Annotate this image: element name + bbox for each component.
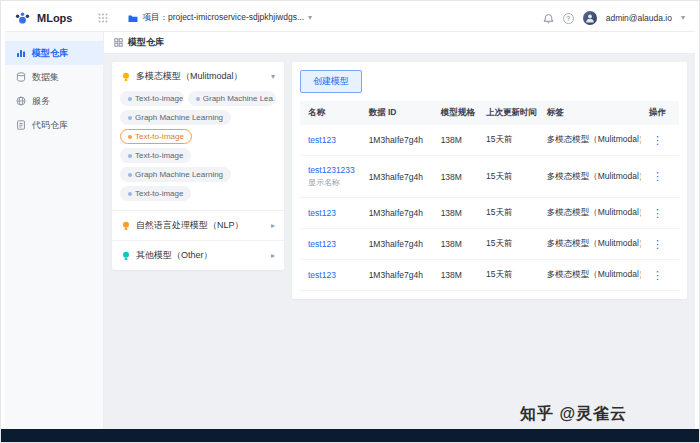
- tag-pill[interactable]: Text-to-image: [120, 186, 191, 201]
- category-group-header[interactable]: 其他模型（Other） ▸: [112, 241, 284, 270]
- bell-icon[interactable]: [543, 13, 554, 24]
- column-header-actions: 操作: [641, 101, 679, 125]
- tag-dot-icon: [196, 97, 200, 101]
- header-right: ? admin@alauda.io ▾: [543, 11, 685, 25]
- row-actions-icon[interactable]: ⋮: [649, 208, 666, 219]
- category-group-header[interactable]: 自然语言处理模型（NLP） ▸: [112, 211, 284, 240]
- cell-updated: 15天前: [478, 229, 539, 260]
- tag-pill[interactable]: Graph Machine Learning: [120, 167, 231, 182]
- watermark: 知乎 @灵雀云: [520, 404, 627, 425]
- header-left: MLops 项目：project-imicroservice-sdjpkhjiw…: [15, 11, 312, 25]
- tag-dot-icon: [128, 135, 132, 139]
- sidebar-item-label: 服务: [32, 95, 50, 108]
- app-window: MLops 项目：project-imicroservice-sdjpkhjiw…: [5, 5, 695, 429]
- body-row: 模型仓库 数据集 服务: [5, 32, 695, 429]
- tag-dot-icon: [128, 192, 132, 196]
- chevron-down-icon: ▾: [308, 14, 312, 22]
- sidebar-item-code-repo[interactable]: 代码仓库: [5, 113, 103, 137]
- lightbulb-icon: [121, 72, 131, 82]
- row-actions-icon[interactable]: ⋮: [649, 239, 666, 250]
- tag-pill[interactable]: Text-to-image: [120, 91, 184, 106]
- cell-tag: 多模态模型（Mulitmodal）: [539, 125, 641, 156]
- table-row: test123 1M3haIfe7g4h 138M 15天前 多模态模型（Mul…: [300, 229, 679, 260]
- cell-data-id: 1M3haIfe7g4h: [361, 260, 433, 291]
- cell-data-id: 1M3haIfe7g4h: [361, 156, 433, 198]
- help-icon[interactable]: ?: [563, 13, 574, 24]
- lightbulb-icon: [121, 221, 131, 231]
- sidebar-item-service[interactable]: 服务: [5, 89, 103, 113]
- model-name-link[interactable]: test1231233: [308, 165, 355, 175]
- category-group-other: 其他模型（Other） ▸: [112, 240, 284, 270]
- table-row: test123 1M3haIfe7g4h 138M 15天前 多模态模型（Mul…: [300, 125, 679, 156]
- page-title: 模型仓库: [128, 36, 164, 49]
- avatar[interactable]: [583, 11, 597, 25]
- chevron-down-icon: ▾: [271, 73, 275, 81]
- model-name-link[interactable]: test123: [308, 208, 336, 218]
- model-table: 名称 数据 ID 模型规格 上次更新时间 标签 操作 t: [300, 101, 679, 291]
- row-actions-icon[interactable]: ⋮: [649, 135, 666, 146]
- cell-tag: 多模态模型（Mulitmodal）: [539, 198, 641, 229]
- top-header: MLops 项目：project-imicroservice-sdjpkhjiw…: [5, 5, 695, 32]
- chevron-right-icon: ▸: [271, 222, 275, 230]
- cell-data-id: 1M3haIfe7g4h: [361, 229, 433, 260]
- paw-logo-icon: [15, 11, 30, 25]
- model-name-link[interactable]: test123: [308, 270, 336, 280]
- cell-updated: 15天前: [478, 125, 539, 156]
- sidebar-item-dataset[interactable]: 数据集: [5, 65, 103, 89]
- category-group-label: 多模态模型（Mulitmodal）: [136, 70, 243, 83]
- sidebar: 模型仓库 数据集 服务: [5, 32, 104, 429]
- tag-dot-icon: [128, 154, 132, 158]
- tag-pill[interactable]: Graph Machine Learning: [120, 110, 231, 125]
- cell-updated: 15天前: [478, 260, 539, 291]
- project-label: 项目：project-imicroservice-sdjpkhjiwdgs...: [142, 12, 304, 24]
- cell-spec: 138M: [433, 229, 478, 260]
- project-selector[interactable]: 项目：project-imicroservice-sdjpkhjiwdgs...…: [128, 12, 312, 24]
- tag-list: Text-to-image Graph Machine Lea... Graph…: [112, 91, 284, 210]
- table-header-row: 名称 数据 ID 模型规格 上次更新时间 标签 操作: [300, 101, 679, 125]
- table-row: test123 1M3haIfe7g4h 138M 15天前 多模态模型（Mul…: [300, 198, 679, 229]
- screen: MLops 项目：project-imicroservice-sdjpkhjiw…: [0, 0, 700, 443]
- cell-spec: 138M: [433, 156, 478, 198]
- tag-pill[interactable]: Text-to-image: [120, 148, 191, 163]
- cell-spec: 138M: [433, 260, 478, 291]
- app-title: MLops: [37, 12, 72, 24]
- main-area: 模型仓库 多模态模型（Mulitmodal） ▾: [104, 32, 695, 429]
- cell-data-id: 1M3haIfe7g4h: [361, 125, 433, 156]
- tag-dot-icon: [128, 173, 132, 177]
- globe-icon: [16, 96, 26, 106]
- sidebar-item-model-repo[interactable]: 模型仓库: [5, 41, 103, 65]
- create-model-button[interactable]: 创建模型: [300, 70, 362, 93]
- lightbulb-icon: [121, 251, 131, 261]
- row-actions-icon[interactable]: ⋮: [649, 171, 666, 182]
- folder-icon: [128, 14, 138, 23]
- category-group-nlp: 自然语言处理模型（NLP） ▸: [112, 210, 284, 240]
- sidebar-item-label: 模型仓库: [32, 47, 68, 60]
- page-header: 模型仓库: [104, 32, 695, 54]
- column-header-name: 名称: [300, 101, 361, 125]
- cell-updated: 15天前: [478, 156, 539, 198]
- sidebar-item-label: 数据集: [32, 71, 59, 84]
- document-icon: [16, 120, 26, 130]
- cell-data-id: 1M3haIfe7g4h: [361, 198, 433, 229]
- category-group-label: 自然语言处理模型（NLP）: [136, 219, 244, 232]
- content: 多模态模型（Mulitmodal） ▾ Text-to-image Graph …: [104, 54, 695, 429]
- user-email[interactable]: admin@alauda.io: [606, 13, 672, 23]
- category-group-label: 其他模型（Other）: [136, 249, 213, 262]
- row-actions-icon[interactable]: ⋮: [649, 270, 666, 281]
- model-name-link[interactable]: test123: [308, 135, 336, 145]
- cell-tag: 多模态模型（Mulitmodal）: [539, 229, 641, 260]
- category-group-multimodal: 多模态模型（Mulitmodal） ▾ Text-to-image Graph …: [112, 62, 284, 210]
- cell-updated: 15天前: [478, 198, 539, 229]
- tag-dot-icon: [128, 97, 132, 101]
- cell-spec: 138M: [433, 125, 478, 156]
- apps-grid-icon[interactable]: [98, 13, 108, 23]
- column-header-spec: 模型规格: [433, 101, 478, 125]
- column-header-updated: 上次更新时间: [478, 101, 539, 125]
- grid-icon: [114, 38, 123, 47]
- category-group-header[interactable]: 多模态模型（Mulitmodal） ▾: [112, 62, 284, 91]
- model-name-link[interactable]: test123: [308, 239, 336, 249]
- column-header-tag: 标签: [539, 101, 641, 125]
- tag-pill[interactable]: Graph Machine Lea...: [188, 91, 276, 106]
- tag-pill-active[interactable]: Text-to-Image: [120, 129, 192, 144]
- tag-dot-icon: [128, 116, 132, 120]
